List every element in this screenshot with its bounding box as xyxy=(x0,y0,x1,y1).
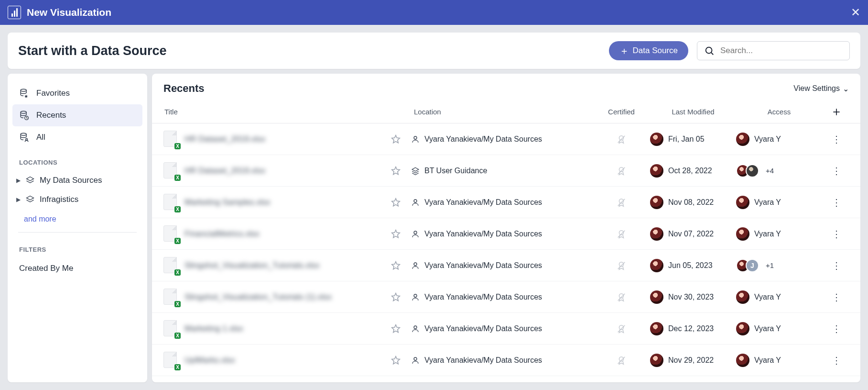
table-row[interactable]: XFinancialMetrics.xlsxVyara Yanakieva/My… xyxy=(152,218,860,250)
access-plus: +1 xyxy=(766,261,774,269)
table-row[interactable]: XSlingshot_Visualization_Tutorials (1).x… xyxy=(152,281,860,313)
page-title: Start with a Data Source xyxy=(18,44,167,58)
col-certified: Certified xyxy=(593,108,650,116)
file-title: Marketing Samples.xlsx xyxy=(184,198,271,207)
access-name: Vyara Y xyxy=(754,356,781,365)
add-column-button[interactable] xyxy=(822,107,851,117)
star-icon[interactable] xyxy=(391,355,401,366)
avatar xyxy=(736,354,749,367)
excel-file-icon: X xyxy=(163,257,178,274)
table-row[interactable]: XMarketing 1.xlsxVyara Yanakieva/My Data… xyxy=(152,313,860,345)
star-icon[interactable] xyxy=(391,323,401,334)
star-icon[interactable] xyxy=(391,197,401,208)
search-icon xyxy=(704,45,715,56)
svg-point-28 xyxy=(414,263,417,266)
user-icon xyxy=(411,324,420,333)
location-text: Vyara Yanakieva/My Data Sources xyxy=(424,135,542,144)
svg-marker-31 xyxy=(392,293,400,301)
row-menu-button[interactable]: ⋮ xyxy=(832,260,841,271)
table-row[interactable]: XHR Dataset_2019.xlsxVyara Yanakieva/My … xyxy=(152,123,860,155)
star-icon[interactable] xyxy=(391,134,401,145)
svg-marker-39 xyxy=(392,356,400,364)
sidebar-item-favorites[interactable]: Favorites xyxy=(12,82,142,104)
row-menu-button[interactable]: ⋮ xyxy=(832,355,841,366)
excel-file-icon: X xyxy=(163,225,178,243)
sidebar-item-label: Recents xyxy=(36,111,66,120)
location-text: Vyara Yanakieva/My Data Sources xyxy=(424,198,542,207)
sidebar-item-label: All xyxy=(36,133,45,142)
modified-text: Oct 28, 2022 xyxy=(668,167,712,175)
user-icon xyxy=(411,356,420,365)
window-title: New Visualization xyxy=(27,7,111,18)
svg-marker-16 xyxy=(412,167,419,171)
excel-file-icon: X xyxy=(163,162,178,179)
access-name: Vyara Y xyxy=(754,230,781,238)
row-menu-button[interactable]: ⋮ xyxy=(832,228,841,240)
close-icon[interactable]: ✕ xyxy=(851,6,860,19)
titlebar: New Visualization ✕ xyxy=(0,0,868,25)
svg-marker-8 xyxy=(27,196,34,200)
header-card: Start with a Data Source ＋ Data Source xyxy=(8,33,860,69)
user-icon xyxy=(411,230,420,238)
row-menu-button[interactable]: ⋮ xyxy=(832,134,841,145)
sidebar-location-infragistics[interactable]: ▶Infragistics xyxy=(12,190,142,209)
location-text: Vyara Yanakieva/My Data Sources xyxy=(424,356,542,365)
row-menu-button[interactable]: ⋮ xyxy=(832,197,841,208)
user-icon xyxy=(411,293,420,301)
location-text: Vyara Yanakieva/My Data Sources xyxy=(424,230,542,238)
col-last-modified: Last Modified xyxy=(650,108,736,116)
table-row[interactable]: XHR Dataset_2019.xlsxBT User GuidanceOct… xyxy=(152,155,860,187)
location-text: Vyara Yanakieva/My Data Sources xyxy=(424,261,542,270)
access-name: Vyara Y xyxy=(754,198,781,207)
sidebar-item-all[interactable]: All xyxy=(12,126,142,148)
file-title: HR Dataset_2019.xlsx xyxy=(184,134,265,144)
avatar xyxy=(736,196,749,209)
row-menu-button[interactable]: ⋮ xyxy=(832,323,841,334)
stack-icon xyxy=(25,195,35,204)
stack-icon xyxy=(25,176,35,185)
file-title: FinancialMetrics.xlsx xyxy=(184,229,260,239)
star-icon[interactable] xyxy=(391,229,401,239)
sidebar-location-my-data-sources[interactable]: ▶My Data Sources xyxy=(12,171,142,190)
search-input[interactable] xyxy=(720,46,843,56)
location-text: Vyara Yanakieva/My Data Sources xyxy=(424,293,542,301)
location-label: Infragistics xyxy=(40,195,78,204)
modified-text: Nov 30, 2023 xyxy=(668,293,714,301)
svg-point-36 xyxy=(414,326,417,329)
modified-text: Nov 07, 2022 xyxy=(668,230,714,238)
sidebar-locations-label: LOCATIONS xyxy=(12,148,142,171)
add-data-source-button[interactable]: ＋ Data Source xyxy=(609,41,689,60)
location-text: BT User Guidance xyxy=(424,167,487,175)
svg-point-3 xyxy=(21,111,26,113)
view-settings-button[interactable]: View Settings ⌄ xyxy=(793,84,849,93)
avatar-stack xyxy=(736,164,755,178)
certified-icon xyxy=(616,292,627,302)
table-row[interactable]: XUplMarks.xlsxVyara Yanakieva/My Data So… xyxy=(152,345,860,376)
table-row[interactable]: XMarketing Samples.xlsxVyara Yanakieva/M… xyxy=(152,187,860,218)
certified-icon xyxy=(616,323,627,334)
avatar xyxy=(736,322,749,335)
star-icon[interactable] xyxy=(391,292,401,302)
certified-icon xyxy=(616,355,627,366)
stack-icon xyxy=(411,167,420,175)
modified-text: Jun 05, 2023 xyxy=(668,261,713,270)
file-title: Slingshot_Visualization_Tutorials (1).xl… xyxy=(184,292,332,302)
file-title: Slingshot_Visualization_Tutorials.xlsx xyxy=(184,261,320,270)
caret-right-icon: ▶ xyxy=(16,177,21,184)
sidebar-filter-created-by-me[interactable]: Created By Me xyxy=(12,258,142,279)
sidebar-item-recents[interactable]: Recents xyxy=(12,104,142,126)
star-icon[interactable] xyxy=(391,166,401,176)
db-star-icon xyxy=(19,88,30,99)
user-icon xyxy=(411,135,420,144)
row-menu-button[interactable]: ⋮ xyxy=(832,291,841,303)
excel-file-icon: X xyxy=(163,320,178,337)
star-icon[interactable] xyxy=(391,260,401,271)
svg-point-40 xyxy=(414,357,417,360)
search-input-wrap[interactable] xyxy=(697,41,850,60)
row-menu-button[interactable]: ⋮ xyxy=(832,165,841,177)
excel-file-icon: X xyxy=(163,131,178,148)
sidebar-and-more-link[interactable]: and more xyxy=(12,209,142,229)
avatar xyxy=(736,227,749,241)
sidebar: FavoritesRecentsAll LOCATIONS ▶My Data S… xyxy=(8,74,147,382)
table-row[interactable]: XSlingshot_Visualization_Tutorials.xlsxV… xyxy=(152,250,860,281)
